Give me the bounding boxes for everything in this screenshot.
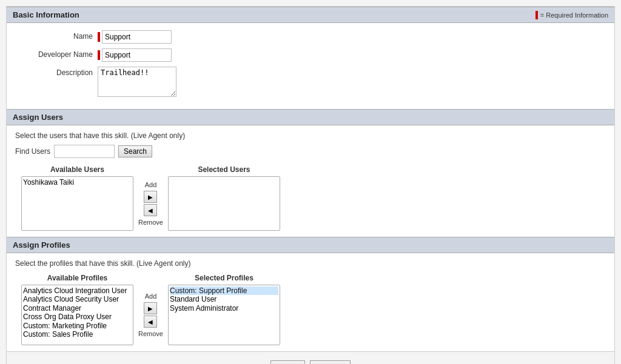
remove-label-profiles: Remove <box>138 330 163 337</box>
remove-label-users: Remove <box>138 219 163 226</box>
name-row: Name <box>19 30 602 44</box>
selected-users-section: Selected Users <box>168 165 280 231</box>
available-users-section: Available Users Yoshikawa Taiki <box>21 165 133 231</box>
cancel-button[interactable]: Cancel <box>310 360 351 364</box>
remove-profile-button[interactable]: ◀ <box>144 316 157 328</box>
developer-name-input[interactable] <box>102 48 172 62</box>
assign-users-note: Select the users that have this skill. (… <box>15 131 606 140</box>
available-profiles-list[interactable]: Analytics Cloud Integration User Analyti… <box>21 285 133 345</box>
selected-users-list[interactable] <box>168 176 280 231</box>
footer: Save Cancel <box>7 351 614 364</box>
name-field-wrap <box>98 30 172 44</box>
description-input[interactable]: Trailhead!! <box>98 67 176 97</box>
profile-option[interactable]: Analytics Cloud Integration User <box>23 286 132 295</box>
name-required-icon <box>98 32 100 42</box>
description-row: Description Trailhead!! <box>19 67 602 97</box>
description-label: Description <box>19 67 98 77</box>
remove-user-button[interactable]: ◀ <box>144 204 157 216</box>
name-input[interactable] <box>102 30 172 44</box>
assign-profiles-header: Assign Profiles <box>7 237 614 253</box>
assign-users-title: Assign Users <box>13 113 63 122</box>
developer-name-label: Developer Name <box>19 48 98 59</box>
name-label: Name <box>19 30 98 41</box>
users-transfer-buttons: Add ▶ ◀ Remove <box>138 170 163 226</box>
available-users-list[interactable]: Yoshikawa Taiki <box>21 176 133 231</box>
basic-info-body: Name Developer Name Description Trailhea… <box>7 23 614 109</box>
selected-profile-option[interactable]: System Administrator <box>170 304 278 313</box>
add-profile-button[interactable]: ▶ <box>144 302 157 314</box>
selected-profiles-list[interactable]: Custom: Support Profile Standard User Sy… <box>168 285 280 345</box>
profile-option[interactable]: Cross Org Data Proxy User <box>23 313 132 321</box>
find-users-row: Find Users Search <box>15 145 606 158</box>
add-user-button[interactable]: ▶ <box>144 191 157 203</box>
selected-profile-option[interactable]: Custom: Support Profile <box>170 286 278 295</box>
profile-option[interactable]: Analytics Cloud Security User <box>23 295 132 303</box>
required-bar-icon <box>535 11 538 19</box>
assign-profiles-body: Select the profiles that have this skill… <box>7 253 614 351</box>
available-profiles-label: Available Profiles <box>47 274 108 282</box>
add-label-profiles: Add <box>145 293 157 300</box>
available-user-option[interactable]: Yoshikawa Taiki <box>23 178 132 187</box>
selected-users-label: Selected Users <box>198 165 250 174</box>
search-button[interactable]: Search <box>118 145 152 157</box>
required-info-label: = Required Information <box>540 12 608 19</box>
find-users-input[interactable] <box>54 145 115 158</box>
developer-name-field-wrap <box>98 48 172 62</box>
assign-users-header: Assign Users <box>7 109 614 125</box>
basic-info-header: Basic Information = Required Information <box>7 7 614 23</box>
developer-name-required-icon <box>98 50 100 60</box>
selected-profiles-label: Selected Profiles <box>195 274 253 282</box>
page-wrapper: Basic Information = Required Information… <box>6 6 615 364</box>
users-transfer-container: Available Users Yoshikawa Taiki Add ▶ ◀ … <box>21 165 606 231</box>
profiles-transfer-container: Available Profiles Analytics Cloud Integ… <box>21 274 606 345</box>
save-button[interactable]: Save <box>270 360 305 364</box>
available-users-label: Available Users <box>50 165 104 174</box>
assign-users-body: Select the users that have this skill. (… <box>7 125 614 237</box>
find-users-label: Find Users <box>15 147 50 156</box>
selected-profile-option[interactable]: Standard User <box>170 295 278 303</box>
profile-option[interactable]: Custom: Sales Profile <box>23 330 132 339</box>
developer-name-row: Developer Name <box>19 48 602 62</box>
required-info: = Required Information <box>535 11 608 19</box>
add-label-users: Add <box>145 181 157 188</box>
basic-info-title: Basic Information <box>13 10 79 19</box>
selected-profiles-section: Selected Profiles Custom: Support Profil… <box>168 274 280 345</box>
profile-option[interactable]: Custom: Marketing Profile <box>23 322 132 330</box>
description-field-wrap: Trailhead!! <box>98 67 176 97</box>
profile-option[interactable]: Contract Manager <box>23 304 132 313</box>
assign-profiles-title: Assign Profiles <box>13 240 70 250</box>
available-profiles-section: Available Profiles Analytics Cloud Integ… <box>21 274 133 345</box>
assign-profiles-note: Select the profiles that have this skill… <box>15 259 606 268</box>
profiles-transfer-buttons: Add ▶ ◀ Remove <box>138 282 163 337</box>
